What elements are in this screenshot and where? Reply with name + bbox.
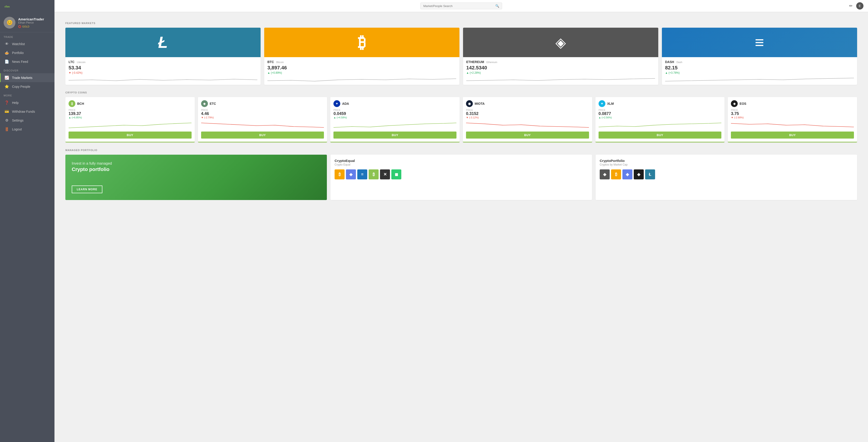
btc2-portfolio-icon: ₿ (611, 169, 621, 179)
crypto-portfolio-subtitle: Cryptos by Market Cap (600, 163, 853, 166)
ltc-ticker: LTC (68, 60, 74, 64)
user-badge: ⭕ GOLD (18, 25, 29, 28)
sidebar-item-trademarkets[interactable]: 📈 Trade Markets (0, 73, 55, 82)
bch-icon: ₿ (68, 100, 75, 107)
avatar: 😊 (4, 17, 16, 29)
ada-icon: ✦ (334, 100, 340, 107)
ltc-icon: Ł (158, 33, 168, 52)
featured-grid: Ł LTC Litecoin 53.34 ▼ (-0.42%) (65, 28, 857, 85)
search-icon: 🔍 (495, 4, 499, 8)
featured-card-body-btc: BTC Bitcoin 3,897.46 ▲ (+0.89%) (264, 57, 459, 85)
managed-section-label: MANAGED PORTFOLIO (65, 149, 857, 151)
eth-chart (466, 76, 655, 82)
etc-change: ▼ (-2.79%) (201, 116, 324, 119)
discover-section-label: DISCOVER (0, 66, 55, 73)
trademarkets-icon: 📈 (4, 75, 9, 80)
featured-card-btc[interactable]: ₿ BTC Bitcoin 3,897.46 ▲ (+0.89%) (264, 28, 459, 85)
sidebar-item-label: Withdraw Funds (12, 110, 35, 113)
bch-buy-button[interactable]: BUY (68, 132, 192, 139)
sidebar-item-newsfeed[interactable]: 📄 News Feed (0, 57, 55, 66)
ltc-name: Litecoin (77, 61, 86, 64)
featured-card-header-btc: ₿ (264, 28, 459, 57)
featured-card-eth[interactable]: ◈ ETHEREUM Ethereum 142.5340 ▲ (+2.28%) (463, 28, 658, 85)
sidebar-item-withdraw[interactable]: 💳 Withdraw Funds (0, 107, 55, 116)
eth3-portfolio-icon: ◈ (622, 169, 632, 179)
miota-price-label: PRICE (466, 109, 589, 111)
learn-more-button[interactable]: LEARN MORE (72, 185, 102, 193)
dash-chart (665, 76, 854, 82)
sidebar-item-watchlist[interactable]: 👁 Watchlist (0, 40, 55, 48)
xlm-chart (598, 121, 722, 130)
crypto-portfolio-card[interactable]: CryptoPortfolio Cryptos by Market Cap ◈ … (596, 155, 857, 200)
eth-name: Ethereum (487, 61, 497, 64)
eth-icon: ◈ (555, 34, 566, 50)
dash-portfolio-icon: = (357, 169, 367, 179)
btc-change: ▲ (+0.89%) (268, 71, 456, 74)
withdraw-icon: 💳 (4, 109, 9, 114)
featured-card-header-ltc: Ł (65, 28, 260, 57)
main-content: 🔍 ✏ E FEATURED MARKETS Ł LTC Litecoin 53… (55, 0, 868, 442)
sidebar-item-portfolio[interactable]: 🥧 Portfolio (0, 48, 55, 57)
ltc2-portfolio-icon: Ł (645, 169, 655, 179)
help-icon: ❓ (4, 100, 9, 105)
crypto-equal-subtitle: Crypto Equal (335, 163, 588, 166)
bch-chart (68, 121, 192, 130)
xlm-change: ▲ (+2.56%) (598, 116, 722, 119)
eos-price: 3.75 (731, 111, 854, 116)
coin-card-top-bch: ₿ BCH (68, 100, 192, 107)
bch-portfolio-icon: ₿ (369, 169, 379, 179)
search-bar[interactable]: 🔍 (421, 2, 502, 9)
xrp-portfolio-icon: ✕ (380, 169, 390, 179)
eth-change: ▲ (+2.28%) (466, 71, 655, 74)
xlm-price: 0.0877 (598, 111, 722, 116)
sidebar-item-help[interactable]: ❓ Help (0, 98, 55, 107)
trade-section-label: TRADE (0, 32, 55, 40)
sidebar-item-settings[interactable]: ⚙ Settings (0, 116, 55, 125)
topbar: 🔍 ✏ E (55, 0, 868, 12)
featured-card-dash[interactable]: ≡ DASH Dash 82.15 ▲ (+3.78%) (662, 28, 857, 85)
sidebar-item-copypeople[interactable]: ⭐ Copy People (0, 82, 55, 91)
featured-card-body-eth: ETHEREUM Ethereum 142.5340 ▲ (+2.28%) (463, 57, 658, 85)
bch-name: BCH (77, 102, 84, 105)
bch-price-label: PRICE (68, 109, 192, 111)
crypto-portfolio-title: CryptoPortfolio (600, 159, 853, 163)
user-profile[interactable]: 😊 AmericanTrader Ethan Pierce ⭕ GOLD (0, 14, 55, 32)
xlm-price-label: PRICE (598, 109, 722, 111)
miota-buy-button[interactable]: BUY (466, 132, 589, 139)
sidebar-item-label: Logout (12, 128, 22, 131)
sidebar-item-label: News Feed (12, 60, 28, 64)
sidebar-item-logout[interactable]: 🚪 Logout (0, 125, 55, 134)
crypto-equal-icons: ₿ ◈ = ₿ ✕ ◼ (335, 169, 588, 179)
managed-promo-card: Invest in a fully managed Crypto portfol… (65, 155, 327, 200)
ada-price: 0.0459 (334, 111, 457, 116)
ada-change: ▲ (+4.58%) (334, 116, 457, 119)
coin-card-xlm: ✦ XLM PRICE 0.0877 ▲ (+2.56%) BUY (595, 97, 725, 142)
sidebar-item-label: Portfolio (12, 51, 24, 55)
eos-price-label: PRICE (731, 109, 854, 111)
coin-card-bch: ₿ BCH PRICE 139.37 ▲ (+6.85%) BUY (65, 97, 195, 142)
btc-portfolio-icon: ₿ (335, 169, 345, 179)
main-scroll: FEATURED MARKETS Ł LTC Litecoin 53.34 ▼ … (60, 16, 863, 205)
search-input[interactable] (423, 4, 495, 8)
sidebar-item-label: Settings (12, 118, 24, 122)
miota-price: 0.3152 (466, 111, 589, 116)
ada-name: ADA (342, 102, 349, 105)
coin-card-etc: ◈ ETC PRICE 4.46 ▼ (-2.79%) BUY (198, 97, 327, 142)
coin-card-top-eos: ◈ EOS (731, 100, 854, 107)
featured-card-ltc[interactable]: Ł LTC Litecoin 53.34 ▼ (-0.42%) (65, 28, 260, 85)
coin-card-top-ada: ✦ ADA (334, 100, 457, 107)
newsfeed-icon: 📄 (4, 60, 9, 64)
etc-buy-button[interactable]: BUY (201, 132, 324, 139)
edit-icon[interactable]: ✏ (849, 3, 852, 8)
eos-buy-button[interactable]: BUY (731, 132, 854, 139)
watchlist-icon: 👁 (4, 42, 9, 46)
crypto-equal-card[interactable]: CryptoEqual Crypto Equal ₿ ◈ = ₿ ✕ ◼ (331, 155, 592, 200)
xlm-buy-button[interactable]: BUY (598, 132, 722, 139)
btc-name: Bitcoin (276, 61, 284, 64)
coin-card-top-miota: ◉ MIOTA (466, 100, 589, 107)
ada-buy-button[interactable]: BUY (334, 132, 457, 139)
sidebar-item-label: Trade Markets (12, 76, 32, 79)
sidebar-item-label: Copy People (12, 85, 30, 89)
etc-price: 4.46 (201, 111, 324, 116)
user-avatar-icon[interactable]: E (856, 2, 864, 9)
